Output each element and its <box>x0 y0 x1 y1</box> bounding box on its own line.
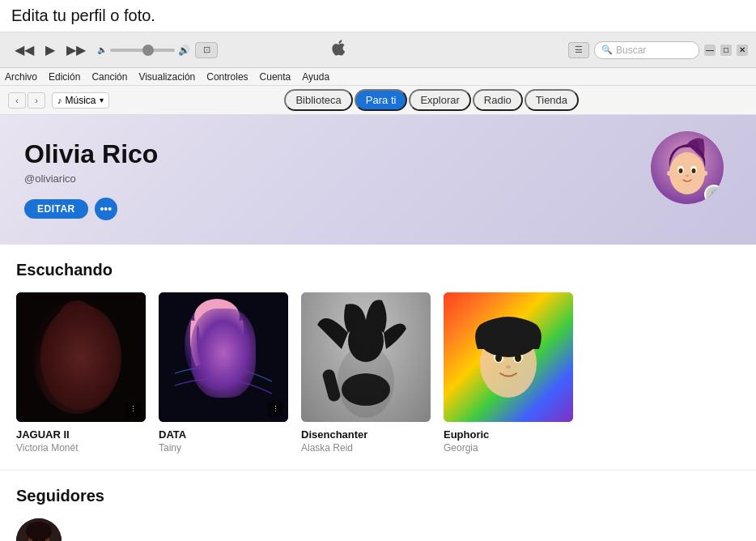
itunes-window: ◀◀ ▶ ▶▶ 🔈 🔊 ⊡ ☰ 🔍 Buscar <box>0 32 756 541</box>
avatar-lock-icon: 🔒 <box>704 185 724 204</box>
nav-forward-button[interactable]: › <box>28 92 45 109</box>
svg-point-4 <box>679 168 683 173</box>
album-title: Euphoric <box>444 428 573 441</box>
album-item[interactable]: Disenchanter Alaska Reid <box>301 292 431 454</box>
nav-bar: ‹ › ♪ Música ▾ Biblioteca Para ti Explor… <box>0 86 756 115</box>
album-item[interactable]: ⋮ JAGUAR II Victoria Monét <box>16 292 146 454</box>
edit-profile-button[interactable]: EDITAR <box>24 199 88 219</box>
svg-point-37 <box>26 522 52 541</box>
music-note-icon: ♪ <box>57 96 62 105</box>
media-type-chevron-icon: ▾ <box>100 96 104 104</box>
svg-point-1 <box>669 152 705 194</box>
menu-visualizacion[interactable]: Visualización <box>138 71 195 83</box>
menu-cancion[interactable]: Canción <box>91 71 127 83</box>
menu-ayuda[interactable]: Ayuda <box>302 71 329 83</box>
svg-point-10 <box>32 300 121 414</box>
airplay-icon: ⊡ <box>203 45 210 55</box>
album-item[interactable]: Euphoric Georgia <box>444 292 573 454</box>
volume-slider[interactable]: 🔈 🔊 <box>97 45 190 56</box>
follower-avatar[interactable] <box>16 518 62 541</box>
search-icon: 🔍 <box>601 45 613 55</box>
album-artist: Victoria Monét <box>16 442 146 454</box>
transport-controls: ◀◀ ▶ ▶▶ <box>11 40 89 59</box>
svg-point-16 <box>185 300 249 390</box>
list-view-button[interactable]: ☰ <box>568 42 589 58</box>
album-cover-disenchanter <box>301 292 431 422</box>
svg-point-13 <box>66 348 72 353</box>
svg-point-5 <box>692 168 696 173</box>
album-title: JAGUAR II <box>16 428 146 441</box>
profile-handle: @oliviarico <box>24 173 732 185</box>
svg-point-24 <box>348 320 384 362</box>
airplay-button[interactable]: ⊡ <box>195 42 218 58</box>
svg-point-7 <box>667 171 672 176</box>
tooltip-text: Edita tu perfil o foto. <box>11 6 155 24</box>
minimize-button[interactable]: — <box>704 45 716 56</box>
album-cover-euphoric <box>444 292 573 422</box>
nav-arrows: ‹ › <box>8 92 45 109</box>
volume-thumb[interactable] <box>142 45 154 56</box>
nav-back-button[interactable]: ‹ <box>8 92 26 109</box>
svg-point-6 <box>686 175 689 177</box>
media-type-selector[interactable]: ♪ Música ▾ <box>52 92 109 109</box>
back-button[interactable]: ◀◀ <box>11 40 37 59</box>
profile-section: Olivia Rico @oliviarico EDITAR ••• <box>0 115 756 245</box>
list-view-icon: ☰ <box>575 45 583 55</box>
nav-tabs: Biblioteca Para ti Explorar Radio Tienda <box>284 89 579 111</box>
svg-point-33 <box>506 365 511 368</box>
album-menu-icon[interactable]: ⋮ <box>267 401 283 417</box>
close-icon: ✕ <box>739 45 745 54</box>
svg-rect-12 <box>61 341 93 390</box>
svg-rect-22 <box>301 292 431 422</box>
profile-avatar[interactable]: 🔒 <box>651 131 724 204</box>
tab-radio[interactable]: Radio <box>473 89 523 111</box>
tab-para-ti[interactable]: Para ti <box>355 89 408 111</box>
menu-cuenta[interactable]: Cuenta <box>260 71 291 83</box>
svg-point-8 <box>703 171 707 176</box>
album-title: DATA <box>159 428 288 441</box>
followers-section: Seguidores <box>0 470 756 541</box>
svg-point-19 <box>207 326 215 336</box>
profile-name: Olivia Rico <box>24 139 732 169</box>
listening-section-title: Escuchando <box>16 261 740 279</box>
forward-button[interactable]: ▶▶ <box>63 40 89 59</box>
menu-controles[interactable]: Controles <box>206 71 248 83</box>
volume-track[interactable] <box>110 49 175 52</box>
menu-bar: Archivo Edición Canción Visualización Co… <box>0 68 756 86</box>
menu-edicion[interactable]: Edición <box>49 71 80 83</box>
title-bar-right: ☰ 🔍 Buscar — □ ✕ <box>568 41 748 59</box>
nav-back-icon: ‹ <box>15 96 19 105</box>
svg-point-25 <box>342 373 390 406</box>
svg-point-18 <box>194 299 240 334</box>
nav-forward-icon: › <box>35 96 38 105</box>
content-area[interactable]: Olivia Rico @oliviarico EDITAR ••• <box>0 115 756 541</box>
play-button[interactable]: ▶ <box>42 40 58 59</box>
apple-logo <box>331 40 346 60</box>
tooltip-banner: Edita tu perfil o foto. <box>0 0 756 32</box>
more-options-button[interactable]: ••• <box>95 198 117 220</box>
profile-actions: EDITAR ••• <box>24 198 732 220</box>
menu-archivo[interactable]: Archivo <box>5 71 37 83</box>
title-bar: ◀◀ ▶ ▶▶ 🔈 🔊 ⊡ ☰ 🔍 Buscar <box>0 32 756 68</box>
album-menu-icon[interactable]: ⋮ <box>125 401 141 417</box>
tab-tienda[interactable]: Tienda <box>525 89 579 111</box>
followers-section-title: Seguidores <box>16 487 740 505</box>
listening-section: Escuchando <box>0 245 756 470</box>
svg-point-14 <box>82 348 88 353</box>
album-artist: Tainy <box>159 442 288 454</box>
album-cover-jaguar: ⋮ <box>16 292 146 422</box>
restore-icon: □ <box>724 45 728 54</box>
album-item[interactable]: ⋮ DATA Tainy <box>159 292 288 454</box>
tab-biblioteca[interactable]: Biblioteca <box>284 89 352 111</box>
close-button[interactable]: ✕ <box>737 45 748 56</box>
svg-point-20 <box>219 326 227 336</box>
restore-button[interactable]: □ <box>720 45 732 56</box>
search-placeholder: Buscar <box>616 45 646 56</box>
media-type-label: Música <box>66 95 96 106</box>
search-box[interactable]: 🔍 Buscar <box>594 41 699 59</box>
tab-explorar[interactable]: Explorar <box>409 89 470 111</box>
svg-point-17 <box>199 306 235 351</box>
album-artist: Alaska Reid <box>301 442 431 454</box>
album-title: Disenchanter <box>301 428 431 441</box>
svg-point-23 <box>338 345 394 418</box>
